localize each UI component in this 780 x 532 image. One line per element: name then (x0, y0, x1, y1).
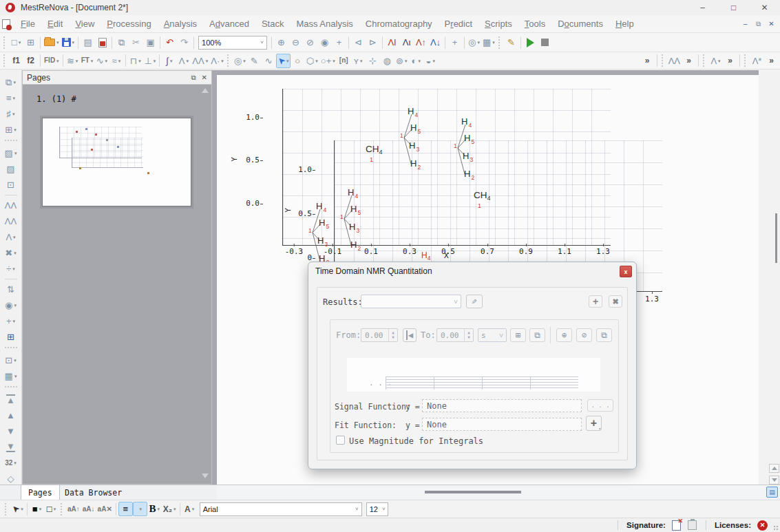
verification-tools-button[interactable]: Λ* (750, 54, 764, 68)
f2-dimension-button[interactable]: f2 (23, 54, 38, 68)
fit-function-field[interactable]: None (422, 418, 582, 431)
signal-function-field[interactable]: None (422, 399, 582, 412)
line-color-button[interactable]: □ (44, 502, 59, 516)
repeat-unit-button[interactable]: [n] (337, 54, 351, 68)
f1-dimension-button[interactable]: f1 (9, 54, 23, 68)
copy-table-button[interactable]: ⧉ (529, 328, 545, 342)
menu-help[interactable]: Help (609, 16, 640, 32)
scroll-up-button[interactable] (769, 464, 779, 473)
zoom-out-button[interactable]: ⊖ (288, 35, 303, 50)
fill-color-button[interactable]: ■ (30, 502, 44, 516)
units-combobox[interactable]: s˅ (478, 328, 507, 342)
molecule-annotation[interactable]: H4H5H3H21 (401, 106, 425, 172)
tab-pages[interactable]: Pages (21, 485, 60, 500)
integral-cursor-button[interactable]: Λι (399, 35, 414, 50)
open-document-button[interactable] (43, 35, 61, 50)
menu-stack[interactable]: Stack (255, 16, 291, 32)
font-family-combobox[interactable]: Arial˅ (200, 502, 362, 516)
menu-analysis[interactable]: Analysis (158, 16, 203, 32)
show-table-button[interactable]: ⊞ (510, 328, 526, 342)
phase-correction-button[interactable]: ∿ (94, 54, 109, 68)
copy-graph-button[interactable]: ⧉ (596, 328, 612, 342)
skip-to-start-button[interactable]: ◀ (403, 328, 417, 342)
overflow-more-1-button[interactable]: » (640, 54, 655, 68)
arithmetic-button[interactable]: ÷ (3, 262, 18, 276)
bring-to-front-button[interactable]: ▲ (3, 392, 18, 407)
copy-button[interactable]: ⧉ (114, 35, 129, 50)
spectrum-copy-button[interactable]: ▨ (3, 162, 18, 176)
molecule-library-button[interactable]: ◐ (409, 54, 423, 68)
zoom-100-button[interactable]: ⊘ (303, 35, 317, 50)
spinner-arrows-icon[interactable]: ▲▼ (388, 329, 397, 341)
browse-signal-function-button[interactable]: . . . (587, 399, 613, 412)
selection-cursor-button[interactable]: ➤ (276, 54, 291, 68)
bit-depth-32-button[interactable]: 32 (3, 456, 18, 470)
panel-splitter[interactable] (212, 70, 217, 485)
menu-tools[interactable]: Tools (518, 16, 551, 32)
layers-button[interactable]: ⧉ (3, 75, 18, 89)
crosshair-button[interactable]: + (447, 35, 462, 50)
pan-button[interactable]: + (332, 35, 346, 50)
stack-spectra-button[interactable]: ΛΛ (3, 198, 18, 213)
expansion-button[interactable]: ⊡ (3, 178, 18, 192)
assignments-button[interactable]: Λ· (209, 54, 225, 68)
overflow-more-3-button[interactable]: » (723, 54, 737, 68)
run-script-button[interactable] (523, 35, 538, 50)
menu-advanced[interactable]: Advanced (203, 16, 255, 32)
superimpose-spectra-button[interactable]: ΛΛ (3, 214, 18, 228)
rotate-molecule-button[interactable]: ○ (291, 54, 305, 68)
add-result-button[interactable]: + (589, 295, 602, 308)
mdi-restore-button[interactable]: ⧉ (752, 19, 764, 29)
panel-scroll-down-icon[interactable] (202, 474, 209, 478)
zoom-in-graph-button[interactable]: ⊕ (556, 328, 572, 342)
visibility-button[interactable]: ◉ (3, 298, 18, 312)
blind-regions-button[interactable]: ⊓ (128, 54, 143, 68)
overflow-more-2-button[interactable]: » (682, 54, 696, 68)
fid-button[interactable]: FID (43, 54, 61, 68)
pin-object-button[interactable]: + (3, 314, 18, 328)
export-pdf-button[interactable] (95, 35, 109, 50)
redo-button[interactable]: ↷ (177, 35, 191, 50)
horizontal-scrollbar[interactable] (425, 491, 521, 493)
molecule-settings-button[interactable]: ◒ (423, 54, 438, 68)
molecule-annotation[interactable]: H4H5H3H21 (341, 187, 365, 253)
vertical-scrollbar[interactable] (775, 213, 777, 263)
increase-font-size-button[interactable]: aA↑ (66, 502, 81, 516)
text-alignment-button[interactable]: ≡ (118, 502, 133, 516)
menu-processing[interactable]: Processing (101, 16, 157, 32)
overflow-more-4-button[interactable]: » (764, 54, 779, 68)
reset-font-size-button[interactable]: aA✕ (96, 502, 114, 516)
ch4-annotation[interactable]: CH41 (366, 144, 383, 154)
edit-results-button[interactable]: ✎ (466, 295, 483, 308)
move-down-button[interactable]: ▼ (3, 424, 18, 438)
parameters-table-button[interactable]: ▦ (3, 369, 19, 383)
panel-close-icon[interactable]: ✕ (202, 74, 207, 82)
add-fit-function-button[interactable]: + (586, 416, 602, 431)
decrease-font-size-button[interactable]: aA↓ (81, 502, 96, 516)
undo-button[interactable]: ↶ (162, 35, 177, 50)
new-page-button[interactable]: ⊞ (23, 35, 38, 50)
decrease-intensity-button[interactable]: Λ↓ (428, 35, 443, 50)
from-spinbox[interactable]: 0.00 ▲▼ (361, 328, 398, 342)
zoom-in-button[interactable]: ⊕ (274, 35, 288, 50)
ch4-annotation[interactable]: CH41 (474, 190, 491, 200)
new-molecule-button[interactable]: ○+ (319, 54, 337, 68)
print-button[interactable]: ▤ (81, 35, 95, 50)
stack-options-button[interactable]: Λ (3, 230, 18, 244)
to-spinbox[interactable]: 0.00 ▲▼ (436, 328, 474, 342)
fit-region-button[interactable]: ⊡ (3, 353, 18, 368)
menu-predict[interactable]: Predict (439, 16, 478, 32)
previous-view-button[interactable]: ⊲ (351, 35, 366, 50)
atom-numbering-button[interactable]: ⊚ (394, 54, 409, 68)
integration-button[interactable]: ∫ (162, 54, 176, 68)
molecule-annotation[interactable]: H4H5H3H21 (310, 201, 333, 267)
panel-float-icon[interactable]: ⧉ (191, 74, 196, 82)
subscript-button[interactable]: X₂ (162, 502, 178, 516)
mdi-close-button[interactable]: ✕ (766, 19, 777, 29)
distribute-button[interactable]: ♯ (3, 107, 18, 121)
signature-document-icon[interactable] (672, 520, 681, 531)
display-properties-button[interactable]: ▦ (481, 35, 496, 50)
menu-view[interactable]: View (69, 16, 101, 32)
tab-data-browser[interactable]: Data Browser (58, 485, 129, 500)
next-view-button[interactable]: ⊳ (366, 35, 380, 50)
